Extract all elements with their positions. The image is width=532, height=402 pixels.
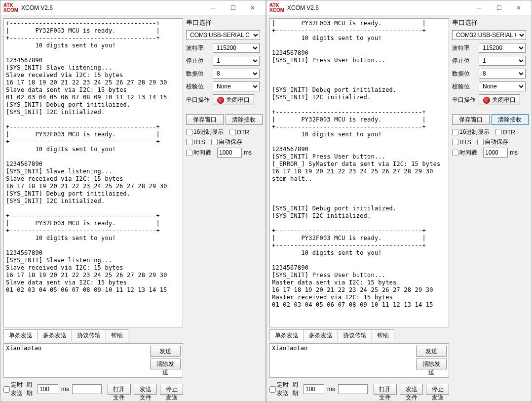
tab-help[interactable]: 帮助	[106, 329, 128, 341]
record-icon	[217, 97, 224, 104]
dtr-check[interactable]: DTR	[229, 129, 249, 136]
databits-select[interactable]: 8	[213, 69, 260, 79]
parity-select[interactable]: None	[213, 81, 260, 91]
port-select[interactable]: COM32:USB-SERIAL CH34	[452, 30, 526, 40]
tab-multi[interactable]: 多条发送	[304, 329, 338, 341]
record-icon	[483, 97, 490, 104]
stopbits-select[interactable]: 1	[213, 56, 260, 66]
send-text-input[interactable]	[270, 344, 414, 377]
hex-display-check[interactable]: 16进制显示	[452, 128, 490, 136]
port-select[interactable]: COM3:USB-SERIAL CH340	[186, 30, 260, 40]
parity-select[interactable]: None	[479, 81, 526, 91]
maximize-button[interactable]: ☐	[489, 1, 509, 15]
stop-send-button[interactable]: 停止发送	[160, 384, 183, 395]
minimize-button[interactable]: ─	[469, 1, 489, 15]
port-section-label: 串口选择	[452, 18, 529, 27]
file-path-input[interactable]	[338, 384, 368, 394]
app-icon: ATKXCOM	[3, 3, 18, 13]
tab-proto[interactable]: 协议传输	[72, 329, 106, 341]
send-file-button[interactable]: 发送文件	[134, 384, 157, 395]
send-file-button[interactable]: 发送文件	[400, 384, 423, 395]
timed-send-check[interactable]: 定时发送	[269, 381, 289, 398]
port-section-label: 串口选择	[186, 18, 263, 27]
maximize-button[interactable]: ☐	[223, 1, 243, 15]
tab-help[interactable]: 帮助	[372, 329, 394, 341]
timestamp-check[interactable]: 时间戳	[452, 149, 477, 157]
autosave-check[interactable]: 自动保存	[211, 138, 242, 146]
tab-proto[interactable]: 协议传输	[338, 329, 372, 341]
app-icon: ATKXCOM	[269, 3, 284, 13]
close-port-button[interactable]: 关闭串口	[479, 94, 520, 105]
stopbits-select[interactable]: 1	[479, 56, 526, 66]
rts-check[interactable]: RTS	[186, 139, 205, 146]
window-title: XCOM V2.6	[21, 4, 203, 11]
close-port-button[interactable]: 关闭串口	[213, 94, 254, 105]
xcom-window-right: ATKXCOM XCOM V2.6 ─ ☐ ✕ | PY32F003 MCU i…	[266, 0, 532, 402]
timed-send-check[interactable]: 定时发送	[3, 381, 23, 398]
tab-single[interactable]: 单条发送	[3, 329, 38, 341]
close-button[interactable]: ✕	[243, 1, 263, 15]
open-file-button[interactable]: 打开文件	[108, 384, 131, 395]
period-input[interactable]	[304, 384, 324, 394]
databits-select[interactable]: 8	[479, 69, 526, 79]
clear-rx-button[interactable]: 清除接收	[226, 114, 263, 125]
save-window-button[interactable]: 保存窗口	[452, 114, 490, 125]
send-text-input[interactable]	[4, 344, 148, 377]
titlebar: ATKXCOM XCOM V2.6 ─ ☐ ✕	[266, 0, 532, 15]
window-title: XCOM V2.6	[287, 4, 469, 11]
send-button[interactable]: 发送	[150, 346, 181, 357]
timestamp-check[interactable]: 时间戳	[186, 149, 211, 157]
send-tabs: 单条发送 多条发送 协议传输 帮助	[269, 329, 449, 341]
tab-single[interactable]: 单条发送	[269, 329, 304, 341]
send-button[interactable]: 发送	[416, 346, 447, 357]
titlebar: ATKXCOM XCOM V2.6 ─ ☐ ✕	[0, 0, 266, 15]
baud-select[interactable]: 115200	[479, 43, 526, 53]
clear-send-button[interactable]: 清除发送	[416, 359, 447, 369]
rx-terminal: +---------------------------------------…	[3, 18, 183, 327]
baud-select[interactable]: 115200	[213, 43, 260, 53]
tab-multi[interactable]: 多条发送	[38, 329, 72, 341]
clear-rx-button[interactable]: 清除接收	[492, 114, 529, 125]
dtr-check[interactable]: DTR	[495, 129, 515, 136]
save-window-button[interactable]: 保存窗口	[186, 114, 224, 125]
timestamp-ms-input[interactable]	[217, 148, 242, 158]
hex-display-check[interactable]: 16进制显示	[186, 128, 224, 136]
stop-send-button[interactable]: 停止发送	[426, 384, 449, 395]
clear-send-button[interactable]: 清除发送	[150, 359, 181, 369]
rts-check[interactable]: RTS	[452, 139, 471, 146]
xcom-window-left: ATKXCOM XCOM V2.6 ─ ☐ ✕ +---------------…	[0, 0, 266, 402]
open-file-button[interactable]: 打开文件	[374, 384, 397, 395]
file-path-input[interactable]	[72, 384, 102, 394]
rx-terminal: | PY32F003 MCU is ready. | +------------…	[269, 18, 449, 327]
period-input[interactable]	[38, 384, 58, 394]
send-tabs: 单条发送 多条发送 协议传输 帮助	[3, 329, 183, 341]
minimize-button[interactable]: ─	[203, 1, 223, 15]
close-button[interactable]: ✕	[509, 1, 529, 15]
timestamp-ms-input[interactable]	[483, 148, 508, 158]
autosave-check[interactable]: 自动保存	[477, 138, 508, 146]
